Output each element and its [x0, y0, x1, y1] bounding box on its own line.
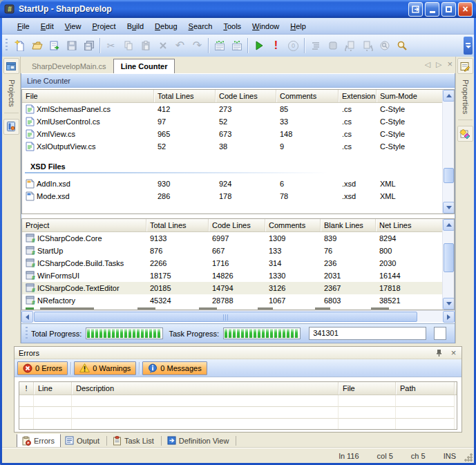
- table-row[interactable]: XmlView.cs 965673148.csC-Style: [22, 128, 444, 140]
- tools-pad-button[interactable]: [3, 119, 19, 135]
- menu-help[interactable]: Help: [285, 20, 312, 32]
- menu-tools[interactable]: Tools: [218, 20, 247, 32]
- scrollbar-thumb[interactable]: [444, 243, 454, 272]
- minimize-button[interactable]: [425, 2, 439, 17]
- column-header[interactable]: Sum-Mode: [377, 90, 444, 102]
- toolbar-overflow-button[interactable]: [464, 37, 473, 55]
- search-button[interactable]: [393, 37, 410, 55]
- column-header[interactable]: Extension: [339, 90, 377, 102]
- copy-button[interactable]: [120, 37, 137, 55]
- new-file-button[interactable]: [11, 37, 28, 55]
- scroll-down-button[interactable]: [443, 202, 455, 213]
- table-row-selected[interactable]: #ICSharpCode.TextEditor 2018514794312623…: [22, 282, 444, 294]
- step-forward-button[interactable]: [359, 37, 376, 55]
- column-header[interactable]: Blank Lines: [321, 219, 376, 231]
- files-table-scrollbar[interactable]: [442, 90, 454, 213]
- prev-tab-icon[interactable]: ◁: [424, 60, 430, 69]
- table-row[interactable]: XslOutputView.cs 52389.csC-Style: [22, 140, 444, 153]
- table-row[interactable]: #ICSharpCode.Build.Tasks 226617163142362…: [22, 257, 444, 269]
- menu-search[interactable]: Search: [183, 20, 218, 32]
- run-button[interactable]: [250, 37, 267, 55]
- horizontal-scrollbar[interactable]: [21, 310, 455, 322]
- table-row[interactable]: XmlUserControl.cs 975233.csC-Style: [22, 115, 444, 128]
- menu-window[interactable]: Window: [247, 20, 285, 32]
- next-tab-icon[interactable]: ▷: [436, 60, 441, 69]
- table-row[interactable]: #NRefactory 45324287881067680338521: [22, 294, 444, 307]
- progress-value-field[interactable]: 341301: [309, 327, 426, 340]
- scrollbar-thumb[interactable]: [444, 168, 454, 183]
- undock-button[interactable]: [408, 2, 423, 17]
- open-solution-button[interactable]: [46, 37, 63, 55]
- paste-button[interactable]: [137, 37, 154, 55]
- properties-pad-button[interactable]: [457, 58, 473, 74]
- column-header[interactable]: Total Lines: [146, 219, 209, 231]
- close-tab-icon[interactable]: ×: [447, 60, 453, 69]
- profile-button[interactable]: 0: [285, 37, 302, 55]
- table-row[interactable]: AddIn.xsd 9309246.xsdXML: [22, 178, 444, 190]
- projects-table-scrollbar[interactable]: [442, 219, 454, 310]
- column-header[interactable]: Comments: [276, 90, 339, 102]
- tab-task-list[interactable]: Task List: [108, 435, 160, 447]
- scroll-left-button[interactable]: [21, 311, 33, 323]
- tab-sharpdevelopmain[interactable]: SharpDevelopMain.cs: [25, 59, 113, 73]
- table-row[interactable]: XmlSchemasPanel.cs 41227385.csC-Style: [22, 103, 444, 115]
- close-button[interactable]: ×: [458, 2, 473, 17]
- column-header[interactable]: Path: [396, 382, 455, 395]
- tab-output[interactable]: Output: [61, 435, 105, 446]
- resize-grip[interactable]: [464, 453, 473, 462]
- column-header[interactable]: Comments: [265, 219, 321, 231]
- tab-line-counter[interactable]: Line Counter: [113, 59, 175, 73]
- scroll-up-button[interactable]: [443, 219, 455, 231]
- column-header[interactable]: !: [19, 382, 34, 395]
- menu-edit[interactable]: Edit: [35, 20, 59, 32]
- column-header[interactable]: Project: [22, 219, 146, 231]
- save-file-button[interactable]: [63, 37, 80, 55]
- step-back-button[interactable]: [341, 37, 359, 55]
- column-header[interactable]: Line: [34, 382, 72, 395]
- uncomment-region-button[interactable]: [228, 37, 245, 55]
- scroll-up-button[interactable]: [443, 90, 455, 102]
- column-header[interactable]: Net Lines: [376, 219, 444, 231]
- scrollbar-thumb[interactable]: [34, 312, 417, 322]
- table-row[interactable]: #ICSharpCode.Core 9133699713098398294: [22, 232, 444, 245]
- column-header[interactable]: Description: [72, 382, 339, 395]
- abort-button[interactable]: !: [267, 37, 285, 55]
- column-header[interactable]: Total Lines: [154, 90, 216, 102]
- find-references-button[interactable]: [376, 37, 393, 55]
- redo-button[interactable]: ↷: [189, 37, 206, 55]
- menu-debug[interactable]: Debug: [149, 20, 182, 32]
- column-header[interactable]: Code Lines: [209, 219, 265, 231]
- properties-pad-label[interactable]: Properties: [460, 79, 470, 114]
- indent-button[interactable]: [307, 37, 324, 55]
- projects-pad-button[interactable]: [3, 58, 19, 74]
- comment-region-button[interactable]: [211, 37, 228, 55]
- cut-button[interactable]: ✂: [102, 37, 120, 55]
- tab-errors[interactable]: Errors: [17, 434, 61, 448]
- close-panel-icon[interactable]: ×: [448, 348, 459, 358]
- menu-file[interactable]: File: [12, 20, 35, 32]
- open-file-button[interactable]: [28, 37, 46, 55]
- table-row[interactable]: Mode.xsd 28617878.xsdXML: [22, 190, 444, 202]
- scroll-down-button[interactable]: [443, 298, 455, 310]
- messages-filter-button[interactable]: 0 Messages: [142, 361, 207, 375]
- menu-project[interactable]: Project: [86, 20, 121, 32]
- toolbar-grip[interactable]: [5, 39, 8, 53]
- projects-pad-label[interactable]: Projects: [6, 79, 16, 107]
- errors-filter-button[interactable]: 0 Errors: [17, 361, 68, 375]
- column-header[interactable]: Code Lines: [216, 90, 276, 102]
- delete-button[interactable]: [154, 37, 171, 55]
- warnings-filter-button[interactable]: 0 Warnings: [74, 361, 136, 375]
- menu-build[interactable]: Build: [122, 20, 149, 32]
- tab-definition-view[interactable]: Definition View: [163, 435, 235, 446]
- tasks-pad-button[interactable]: [457, 126, 473, 142]
- scroll-right-button[interactable]: [443, 311, 455, 323]
- undo-button[interactable]: ↶: [171, 37, 189, 55]
- save-all-button[interactable]: [80, 37, 97, 55]
- column-header[interactable]: File: [22, 90, 154, 102]
- table-row[interactable]: #StartUp 87666713376800: [22, 245, 444, 257]
- stop-button[interactable]: [324, 37, 341, 55]
- strip-grip[interactable]: [25, 327, 28, 341]
- pin-icon[interactable]: [434, 348, 444, 358]
- menu-view[interactable]: View: [59, 20, 87, 32]
- maximize-button[interactable]: [441, 2, 456, 17]
